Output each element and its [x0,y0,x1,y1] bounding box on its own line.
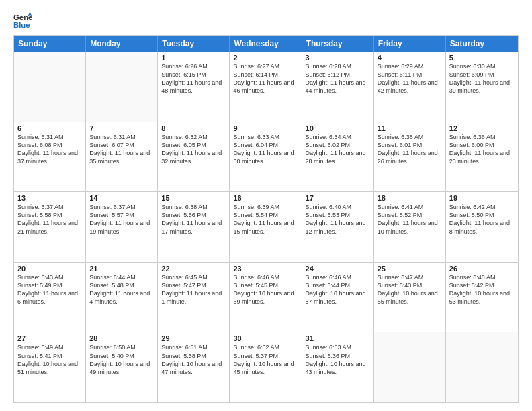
header-day-friday: Friday [374,36,446,52]
day-number: 27 [17,334,82,342]
cell-text: Sunrise: 6:26 AM Sunset: 6:15 PM Dayligh… [161,62,226,95]
day-number: 25 [378,265,442,273]
calendar-row-3: 13Sunrise: 6:37 AM Sunset: 5:58 PM Dayli… [14,192,518,263]
calendar-row-2: 6Sunrise: 6:31 AM Sunset: 6:08 PM Daylig… [14,122,518,193]
cell-text: Sunrise: 6:53 AM Sunset: 5:36 PM Dayligh… [306,343,370,376]
cell-text: Sunrise: 6:32 AM Sunset: 6:05 PM Dayligh… [161,133,226,166]
day-cell-28: 28Sunrise: 6:50 AM Sunset: 5:40 PM Dayli… [86,332,158,402]
day-number: 24 [306,265,370,273]
day-number: 18 [378,194,442,202]
day-cell-4: 4Sunrise: 6:29 AM Sunset: 6:11 PM Daylig… [374,52,446,122]
svg-text:Blue: Blue [13,21,30,29]
header-day-wednesday: Wednesday [230,36,302,52]
cell-text: Sunrise: 6:39 AM Sunset: 5:54 PM Dayligh… [233,203,298,236]
header: General Blue [13,11,519,30]
day-number: 19 [449,194,515,202]
day-cell-1: 1Sunrise: 6:26 AM Sunset: 6:15 PM Daylig… [158,52,230,122]
cell-text: Sunrise: 6:34 AM Sunset: 6:02 PM Dayligh… [306,133,370,166]
cell-text: Sunrise: 6:31 AM Sunset: 6:07 PM Dayligh… [89,133,154,166]
day-cell-3: 3Sunrise: 6:28 AM Sunset: 6:12 PM Daylig… [302,52,374,122]
day-cell-16: 16Sunrise: 6:39 AM Sunset: 5:54 PM Dayli… [230,192,302,262]
cell-text: Sunrise: 6:44 AM Sunset: 5:48 PM Dayligh… [89,273,154,306]
day-number: 3 [306,54,370,62]
day-number: 6 [17,124,82,132]
day-number: 1 [161,54,226,62]
day-cell-26: 26Sunrise: 6:48 AM Sunset: 5:42 PM Dayli… [446,263,518,332]
header-day-monday: Monday [86,36,158,52]
day-cell-21: 21Sunrise: 6:44 AM Sunset: 5:48 PM Dayli… [86,263,158,332]
day-cell-29: 29Sunrise: 6:51 AM Sunset: 5:38 PM Dayli… [158,332,230,402]
cell-text: Sunrise: 6:28 AM Sunset: 6:12 PM Dayligh… [306,62,370,95]
day-cell-14: 14Sunrise: 6:37 AM Sunset: 5:57 PM Dayli… [86,192,158,262]
day-cell-17: 17Sunrise: 6:40 AM Sunset: 5:53 PM Dayli… [302,192,374,262]
header-day-thursday: Thursday [302,36,374,52]
cell-text: Sunrise: 6:36 AM Sunset: 6:00 PM Dayligh… [449,133,515,166]
cell-text: Sunrise: 6:37 AM Sunset: 5:58 PM Dayligh… [17,203,82,236]
day-cell-11: 11Sunrise: 6:35 AM Sunset: 6:01 PM Dayli… [374,122,446,192]
calendar-header: SundayMondayTuesdayWednesdayThursdayFrid… [14,36,518,52]
empty-cell [446,332,518,402]
cell-text: Sunrise: 6:47 AM Sunset: 5:43 PM Dayligh… [378,273,442,306]
day-cell-9: 9Sunrise: 6:33 AM Sunset: 6:04 PM Daylig… [230,122,302,192]
cell-text: Sunrise: 6:37 AM Sunset: 5:57 PM Dayligh… [89,203,154,236]
empty-cell [86,52,158,122]
logo-icon: General Blue [13,11,32,30]
day-number: 23 [233,265,298,273]
day-cell-23: 23Sunrise: 6:46 AM Sunset: 5:45 PM Dayli… [230,263,302,332]
day-number: 21 [89,265,154,273]
day-number: 26 [449,265,515,273]
day-number: 9 [233,124,298,132]
day-number: 4 [378,54,442,62]
day-cell-5: 5Sunrise: 6:30 AM Sunset: 6:09 PM Daylig… [446,52,518,122]
day-cell-2: 2Sunrise: 6:27 AM Sunset: 6:14 PM Daylig… [230,52,302,122]
cell-text: Sunrise: 6:29 AM Sunset: 6:11 PM Dayligh… [378,62,442,95]
day-cell-10: 10Sunrise: 6:34 AM Sunset: 6:02 PM Dayli… [302,122,374,192]
header-day-tuesday: Tuesday [158,36,230,52]
calendar-body: 1Sunrise: 6:26 AM Sunset: 6:15 PM Daylig… [14,52,518,402]
cell-text: Sunrise: 6:40 AM Sunset: 5:53 PM Dayligh… [306,203,370,236]
day-cell-7: 7Sunrise: 6:31 AM Sunset: 6:07 PM Daylig… [86,122,158,192]
day-number: 30 [233,334,298,342]
cell-text: Sunrise: 6:27 AM Sunset: 6:14 PM Dayligh… [233,62,298,95]
cell-text: Sunrise: 6:33 AM Sunset: 6:04 PM Dayligh… [233,133,298,166]
day-cell-12: 12Sunrise: 6:36 AM Sunset: 6:00 PM Dayli… [446,122,518,192]
cell-text: Sunrise: 6:46 AM Sunset: 5:44 PM Dayligh… [306,273,370,306]
day-number: 17 [306,194,370,202]
calendar-row-4: 20Sunrise: 6:43 AM Sunset: 5:49 PM Dayli… [14,263,518,333]
day-cell-31: 31Sunrise: 6:53 AM Sunset: 5:36 PM Dayli… [302,332,374,402]
day-number: 8 [161,124,226,132]
empty-cell [14,52,86,122]
day-number: 31 [306,334,370,342]
logo: General Blue [13,11,35,30]
day-cell-8: 8Sunrise: 6:32 AM Sunset: 6:05 PM Daylig… [158,122,230,192]
day-number: 5 [449,54,515,62]
day-cell-25: 25Sunrise: 6:47 AM Sunset: 5:43 PM Dayli… [374,263,446,332]
cell-text: Sunrise: 6:48 AM Sunset: 5:42 PM Dayligh… [449,273,515,306]
day-number: 22 [161,265,226,273]
day-number: 10 [306,124,370,132]
cell-text: Sunrise: 6:45 AM Sunset: 5:47 PM Dayligh… [161,273,226,306]
cell-text: Sunrise: 6:30 AM Sunset: 6:09 PM Dayligh… [449,62,515,95]
day-number: 13 [17,194,82,202]
cell-text: Sunrise: 6:50 AM Sunset: 5:40 PM Dayligh… [89,343,154,376]
day-number: 29 [161,334,226,342]
day-cell-6: 6Sunrise: 6:31 AM Sunset: 6:08 PM Daylig… [14,122,86,192]
day-cell-22: 22Sunrise: 6:45 AM Sunset: 5:47 PM Dayli… [158,263,230,332]
header-day-saturday: Saturday [446,36,518,52]
header-day-sunday: Sunday [14,36,86,52]
cell-text: Sunrise: 6:46 AM Sunset: 5:45 PM Dayligh… [233,273,298,306]
day-number: 28 [89,334,154,342]
day-number: 15 [161,194,226,202]
empty-cell [374,332,446,402]
calendar-row-5: 27Sunrise: 6:49 AM Sunset: 5:41 PM Dayli… [14,332,518,402]
day-number: 12 [449,124,515,132]
page: General Blue SundayMondayTuesdayWednesda… [0,0,532,411]
day-cell-30: 30Sunrise: 6:52 AM Sunset: 5:37 PM Dayli… [230,332,302,402]
cell-text: Sunrise: 6:35 AM Sunset: 6:01 PM Dayligh… [378,133,442,166]
cell-text: Sunrise: 6:52 AM Sunset: 5:37 PM Dayligh… [233,343,298,376]
day-cell-24: 24Sunrise: 6:46 AM Sunset: 5:44 PM Dayli… [302,263,374,332]
cell-text: Sunrise: 6:51 AM Sunset: 5:38 PM Dayligh… [161,343,226,376]
day-cell-19: 19Sunrise: 6:42 AM Sunset: 5:50 PM Dayli… [446,192,518,262]
day-number: 20 [17,265,82,273]
day-number: 7 [89,124,154,132]
